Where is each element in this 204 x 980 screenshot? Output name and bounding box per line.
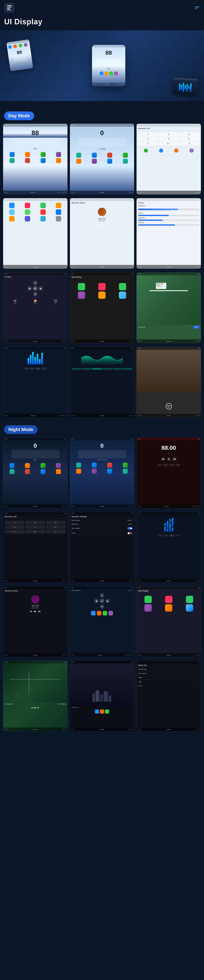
nav-right[interactable]: ▶ [38, 286, 43, 291]
eq-ctrl-2[interactable] [30, 368, 35, 370]
night-eq-ctrl-3[interactable] [169, 535, 174, 536]
night-bottom-app-4[interactable] [108, 611, 113, 616]
sidebar-item-2[interactable]: Free screen › [137, 671, 201, 676]
dial-3[interactable]: 3→ [179, 132, 199, 136]
night-app2-3[interactable] [107, 463, 112, 468]
app-camera2[interactable] [9, 216, 14, 221]
app-icon-b2[interactable] [92, 153, 97, 158]
night-app-4[interactable] [56, 463, 61, 468]
app-icon-b4[interactable] [123, 153, 128, 158]
night-nav-right[interactable]: ▶ [105, 599, 110, 603]
app-youtube[interactable] [40, 209, 46, 215]
app-bt[interactable] [9, 209, 14, 215]
app-settings2[interactable] [56, 203, 61, 208]
carplay-other[interactable] [119, 291, 126, 299]
menu-lines-icon[interactable] [195, 6, 200, 9]
dial-5[interactable]: 5 [159, 137, 178, 141]
device-pin-row[interactable]: Device pin 0000 › [70, 522, 134, 526]
night-nav-up[interactable]: ▲ [100, 593, 104, 598]
next-button[interactable]: ⏭ [105, 224, 107, 227]
app-icon-b6[interactable] [92, 159, 97, 164]
sidebar-item-3[interactable]: HDMI › [137, 676, 201, 680]
app-icon-1[interactable] [10, 152, 14, 157]
nav-down[interactable]: ▼ [33, 292, 37, 296]
night-nav-left[interactable]: ◀ [94, 599, 99, 603]
dial-7[interactable]: 7→ [138, 142, 158, 145]
dial-6[interactable]: 6→ [179, 137, 199, 141]
history-button[interactable]: ⏱ [174, 148, 178, 153]
carplay-podcast[interactable] [78, 291, 85, 299]
ncp-audio[interactable] [165, 604, 172, 611]
auto-connect-row[interactable]: Auto connect [70, 526, 134, 531]
ncp-maps[interactable] [145, 596, 152, 603]
carplay-audio[interactable] [98, 291, 105, 299]
night-eq-ctrl-2[interactable] [164, 535, 168, 536]
nav-left[interactable]: ◀ [27, 286, 32, 291]
night-media-next[interactable]: ⏭ [37, 706, 40, 709]
app-more[interactable] [56, 216, 61, 221]
night-dial-8[interactable]: 8→ [26, 530, 45, 534]
call-button[interactable]: 📞 [144, 148, 148, 153]
go-button[interactable]: GO [193, 326, 199, 329]
contacts-button[interactable]: 👤 [159, 148, 163, 153]
night-app-1[interactable] [10, 463, 14, 468]
night-play[interactable]: ▶ [34, 610, 36, 613]
prev-button[interactable]: ⏮ [96, 224, 99, 227]
eq-ctrl-1[interactable] [24, 368, 29, 370]
ncp-other[interactable] [186, 604, 193, 611]
app-icon-6[interactable] [25, 158, 30, 163]
steering-bar[interactable] [138, 224, 199, 226]
eq-ctrl-4[interactable] [41, 368, 46, 370]
app-icon-8[interactable] [56, 158, 61, 163]
preset-2[interactable]: 2 [163, 464, 168, 466]
app-icon-4[interactable] [56, 152, 61, 157]
wifi-item[interactable]: 📶 WiFi [33, 299, 37, 304]
night-app-5[interactable] [10, 469, 14, 474]
night-app2-1[interactable] [76, 463, 81, 468]
night-bottom-app-2[interactable] [97, 611, 101, 616]
app-icon-b5[interactable] [76, 159, 81, 164]
app-maps2[interactable] [40, 203, 46, 208]
adas-app-2[interactable] [100, 710, 104, 714]
wave-ctrl-4[interactable] [102, 368, 112, 370]
sidebar-item-4[interactable]: USB › [137, 680, 201, 684]
capture-button[interactable]: 📷 [166, 403, 172, 409]
app-icon-2[interactable] [25, 152, 30, 157]
nav-up[interactable]: ▲ [33, 280, 37, 285]
carplay-maps[interactable] [78, 283, 85, 290]
app-info[interactable] [56, 209, 61, 215]
gps-item[interactable]: ◎ GPS [13, 299, 17, 304]
app-icon-7[interactable] [41, 158, 46, 163]
dial-8[interactable]: 8→ [159, 142, 178, 145]
app-wifi[interactable] [25, 209, 30, 215]
night-app-3[interactable] [41, 463, 46, 468]
radio-scan[interactable]: ◉ [167, 457, 171, 461]
preset-4[interactable]: 4 [175, 464, 180, 466]
wave-ctrl-3[interactable] [92, 368, 102, 370]
night-app2-6[interactable] [92, 469, 97, 474]
night-dial-4[interactable]: 4 [5, 525, 25, 529]
ncp-music[interactable] [165, 596, 172, 603]
night-app-7[interactable] [41, 469, 46, 474]
eq-ctrl-3[interactable] [36, 368, 40, 370]
dial-4[interactable]: 4 [138, 137, 158, 141]
night-dial-7[interactable]: 7→ [5, 530, 25, 534]
night-next[interactable]: ⏭ [38, 610, 41, 613]
night-bottom-app-3[interactable] [103, 611, 107, 616]
app-music2[interactable] [25, 203, 30, 208]
play-button[interactable]: ▶ [101, 224, 103, 227]
night-nav-down[interactable]: ▼ [100, 604, 104, 609]
wave-ctrl-6[interactable] [123, 368, 132, 370]
app-icon-b7[interactable] [107, 159, 112, 164]
dial-9[interactable]: # [179, 142, 199, 145]
app-radio[interactable] [25, 216, 30, 221]
night-dial-hash[interactable]: # [46, 530, 66, 534]
night-dial-3[interactable]: 3→ [46, 521, 66, 524]
night-eq-ctrl-4[interactable] [175, 535, 180, 536]
night-prev[interactable]: ⏮ [30, 610, 32, 613]
nav-center[interactable]: ● [33, 286, 37, 291]
sidebar-item-1[interactable]: Function key › [137, 667, 201, 671]
app-icon-b8[interactable] [123, 159, 128, 164]
app-icon-3[interactable] [41, 152, 46, 157]
brightness-bar[interactable] [138, 208, 199, 210]
